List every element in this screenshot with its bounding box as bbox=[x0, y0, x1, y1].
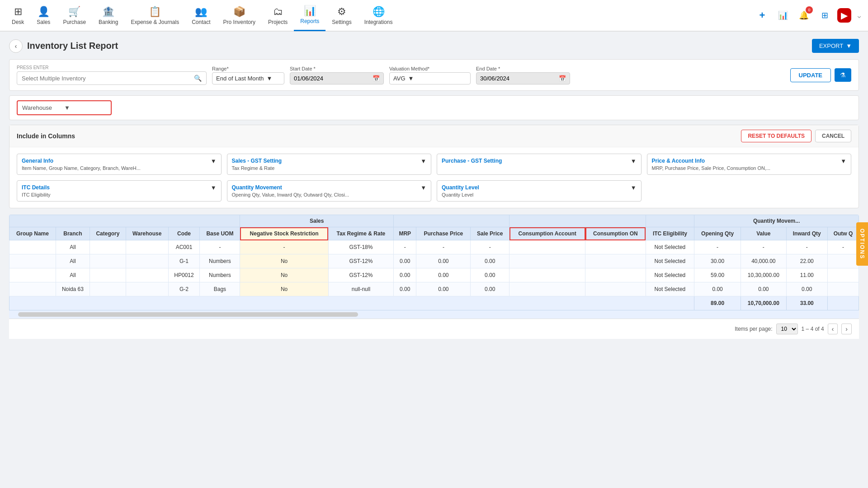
col-qty-movement-label: Quantity Movement bbox=[232, 184, 282, 191]
nav-pro-inventory[interactable]: 📦 Pro Inventory bbox=[217, 0, 262, 31]
valuation-label: Valuation Method* bbox=[389, 66, 471, 71]
cell-group-name bbox=[9, 282, 56, 296]
nav-sales[interactable]: 👤 Sales bbox=[30, 0, 57, 31]
nav-purchase[interactable]: 🛒 Purchase bbox=[57, 0, 92, 31]
cell-category bbox=[90, 268, 126, 282]
cancel-button[interactable]: CANCEL bbox=[815, 130, 851, 142]
col-purchase-price: Purchase Price bbox=[416, 227, 471, 240]
col-qty-level[interactable]: Quantity Level ▼ Quantity Level bbox=[437, 180, 642, 202]
cell-category bbox=[90, 282, 126, 296]
footer-inward-qty: 33.00 bbox=[786, 296, 827, 310]
cell-value: - bbox=[741, 240, 787, 254]
filter-row: PRESS ENTER 🔍 Range* End of Last Month ▼… bbox=[9, 59, 859, 91]
prev-page-button[interactable]: ‹ bbox=[828, 324, 838, 334]
nav-banking[interactable]: 🏦 Banking bbox=[92, 0, 124, 31]
cell-inward-qty: - bbox=[786, 240, 827, 254]
range-select[interactable]: End of Last Month ▼ bbox=[212, 72, 284, 84]
inventory-search-box[interactable]: 🔍 bbox=[17, 71, 207, 85]
nav-contact[interactable]: 👥 Contact bbox=[185, 0, 217, 31]
end-date-label: End Date * bbox=[476, 66, 570, 71]
filter-icon-button[interactable]: ⚗ bbox=[835, 68, 851, 82]
page-title: Inventory List Report bbox=[27, 41, 812, 51]
start-date-calendar-icon[interactable]: 📅 bbox=[373, 75, 380, 82]
footer-value: 10,70,000.00 bbox=[741, 296, 787, 310]
col-itc[interactable]: ITC Details ▼ ITC Eligibility bbox=[17, 180, 222, 202]
group-header-price bbox=[394, 215, 509, 227]
youtube-button[interactable]: ▶ bbox=[837, 8, 851, 23]
cell-itc: Not Selected bbox=[646, 268, 694, 282]
cell-mrp: 0.00 bbox=[394, 282, 416, 296]
back-button[interactable]: ‹ bbox=[9, 39, 23, 53]
cell-outw-q bbox=[827, 254, 859, 268]
range-filter: Range* End of Last Month ▼ bbox=[212, 66, 284, 84]
col-general-info[interactable]: General Info ▼ Item Name, Group Name, Ca… bbox=[17, 154, 222, 175]
search-icon[interactable]: 🔍 bbox=[194, 75, 202, 82]
cell-outw-q bbox=[827, 282, 859, 296]
nav-expense[interactable]: 📋 Expense & Journals bbox=[124, 0, 185, 31]
inventory-search-input[interactable] bbox=[22, 75, 194, 82]
cell-category bbox=[90, 254, 126, 268]
end-date-input[interactable] bbox=[480, 75, 556, 82]
start-date-input[interactable] bbox=[294, 75, 370, 82]
expense-icon: 📋 bbox=[149, 6, 161, 18]
cell-itc: Not Selected bbox=[646, 282, 694, 296]
projects-icon: 🗂 bbox=[273, 6, 283, 18]
cell-mrp: - bbox=[394, 240, 416, 254]
col-purchase-gst-label: Purchase - GST Setting bbox=[442, 158, 502, 164]
cell-code: AC001 bbox=[168, 240, 200, 254]
col-sales-gst[interactable]: Sales - GST Setting ▼ Tax Regime & Rate bbox=[227, 154, 432, 175]
table-footer-row: 89.00 10,70,000.00 33.00 bbox=[9, 296, 859, 310]
nav-reports[interactable]: 📊 Reports bbox=[294, 0, 326, 31]
cell-sale-price: - bbox=[471, 240, 509, 254]
col-qty-level-value: Quantity Level bbox=[442, 192, 637, 197]
valuation-select[interactable]: AVG ▼ bbox=[389, 72, 471, 84]
page-info: 1 – 4 of 4 bbox=[802, 326, 824, 332]
reset-defaults-button[interactable]: RESET TO DEFAULTS bbox=[741, 130, 811, 142]
col-cons-account: Consumption Account bbox=[509, 227, 585, 240]
end-date-input-wrapper[interactable]: 📅 bbox=[476, 72, 570, 84]
warehouse-row: Warehouse ▼ bbox=[9, 95, 859, 120]
next-page-button[interactable]: › bbox=[841, 324, 852, 334]
cell-value: 10,30,000.00 bbox=[741, 268, 787, 282]
col-group-name: Group Name bbox=[9, 227, 56, 240]
cell-branch: Noida 63 bbox=[56, 282, 90, 296]
expand-button[interactable]: ⌄ bbox=[856, 10, 863, 20]
grid-icon-button[interactable]: ⊞ bbox=[816, 7, 833, 23]
cell-branch: All bbox=[56, 254, 90, 268]
nav-desk[interactable]: ⊞ Desk bbox=[5, 0, 30, 31]
col-general-info-value: Item Name, Group Name, Category, Branch,… bbox=[22, 165, 217, 171]
options-tab[interactable]: OPTIONS bbox=[856, 222, 868, 266]
cell-cons-account bbox=[509, 282, 585, 296]
col-sale-price: Sale Price bbox=[471, 227, 509, 240]
nav-settings[interactable]: ⚙ Settings bbox=[326, 0, 358, 31]
col-price-account[interactable]: Price & Account Info ▼ MRP, Purchase Pri… bbox=[647, 154, 852, 175]
cell-opening-qty: - bbox=[694, 240, 741, 254]
nav-reports-label: Reports bbox=[300, 18, 319, 24]
page-header: ‹ Inventory List Report EXPORT ▼ bbox=[9, 39, 859, 53]
pagination-row: Items per page: 10 25 50 1 – 4 of 4 ‹ › bbox=[9, 319, 859, 339]
per-page-select[interactable]: 10 25 50 bbox=[776, 324, 798, 334]
cell-inward-qty: 11.00 bbox=[786, 268, 827, 282]
valuation-filter: Valuation Method* AVG ▼ bbox=[389, 66, 471, 84]
nav-projects[interactable]: 🗂 Projects bbox=[262, 0, 294, 31]
integrations-icon: 🌐 bbox=[373, 6, 385, 18]
cell-outw-q bbox=[827, 268, 859, 282]
nav-integrations[interactable]: 🌐 Integrations bbox=[358, 0, 399, 31]
add-button[interactable]: + bbox=[754, 7, 770, 23]
group-header-basic bbox=[9, 215, 240, 227]
start-date-input-wrapper[interactable]: 📅 bbox=[290, 72, 384, 84]
warehouse-chevron-icon: ▼ bbox=[64, 104, 106, 111]
cell-opening-qty: 59.00 bbox=[694, 268, 741, 282]
horizontal-scrollbar[interactable] bbox=[18, 312, 358, 317]
notification-button[interactable]: 🔔 0 bbox=[796, 7, 812, 23]
cell-value: 0.00 bbox=[741, 282, 787, 296]
table-icon-button[interactable]: 📊 bbox=[775, 7, 791, 23]
cell-value: 40,000.00 bbox=[741, 254, 787, 268]
warehouse-select[interactable]: Warehouse ▼ bbox=[17, 100, 112, 115]
end-date-calendar-icon[interactable]: 📅 bbox=[559, 75, 566, 82]
update-button[interactable]: UPDATE bbox=[790, 68, 831, 82]
cell-tax-regime: GST-12% bbox=[328, 268, 393, 282]
export-button[interactable]: EXPORT ▼ bbox=[812, 39, 859, 53]
col-purchase-gst[interactable]: Purchase - GST Setting ▼ bbox=[437, 154, 642, 175]
col-qty-movement[interactable]: Quantity Movement ▼ Opening Qty, Value, … bbox=[227, 180, 432, 202]
